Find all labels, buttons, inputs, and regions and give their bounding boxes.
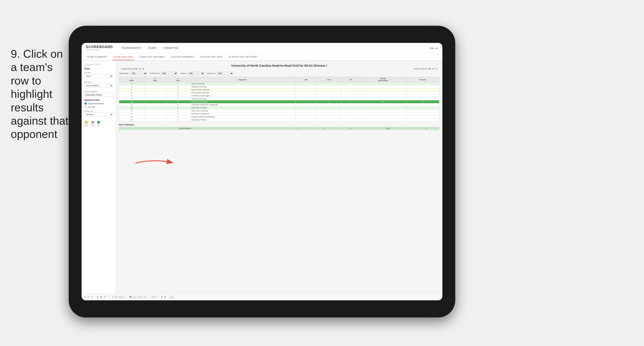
cell-diff bbox=[360, 97, 406, 100]
instruction-text: 9. Click on a team's row to highlight re… bbox=[11, 47, 71, 141]
table-row[interactable]: 3-2Vanderbilt University bbox=[119, 85, 439, 88]
cell-rounds bbox=[406, 118, 439, 121]
filter-opponents: Opponents: (All) bbox=[119, 72, 147, 75]
table-row[interactable]: 2-1Auburn University bbox=[119, 82, 439, 85]
cell-tie bbox=[341, 115, 360, 118]
colour-by-select[interactable]: Win/loss bbox=[84, 113, 113, 116]
opponent-filter-select[interactable]: (All) bbox=[216, 72, 234, 75]
table-row[interactable]: 11-5University of Alabama3002.618 bbox=[119, 100, 439, 103]
table-row[interactable]: 13-1Texas Tech University bbox=[119, 109, 439, 112]
cell-rounds bbox=[406, 109, 439, 112]
settings-icon[interactable]: ⚙ bbox=[164, 296, 166, 298]
cell-tie bbox=[341, 82, 360, 85]
table-row[interactable]: 4-1Arizona State University bbox=[119, 88, 439, 91]
colour-by-label: Colour by bbox=[84, 110, 113, 112]
cell-opponent: Arizona State University bbox=[190, 88, 296, 91]
cell-win bbox=[296, 88, 317, 91]
cell-rounds bbox=[406, 115, 439, 118]
cell-conf: 1 bbox=[166, 109, 190, 112]
team-section-label: Team bbox=[84, 67, 113, 70]
cell-opponent: Vanderbilt University bbox=[190, 85, 296, 88]
cell-loss bbox=[317, 91, 341, 94]
share-btn[interactable]: Share bbox=[168, 295, 176, 299]
opponent-view-radios: Opponents Played Top 100 bbox=[84, 102, 113, 108]
conference-select[interactable]: (All) bbox=[160, 72, 178, 75]
cell-conf: 2 bbox=[166, 85, 190, 88]
cell-tie bbox=[341, 85, 360, 88]
legend-up-label: Up bbox=[97, 124, 100, 126]
paste-icon[interactable]: ⌘ bbox=[100, 296, 102, 298]
cell-diff bbox=[360, 82, 406, 85]
th-rounds: Rounds bbox=[406, 77, 439, 82]
cell-rounds bbox=[406, 97, 439, 100]
table-row[interactable]: 12-3University of Virginia bbox=[119, 106, 439, 109]
division-label: Division bbox=[84, 81, 113, 83]
tab-team-h2h-grid[interactable]: TEAM H2H GRID bbox=[112, 54, 134, 60]
tab-player-h2h-grid[interactable]: PLAYER H2H GRID bbox=[199, 54, 224, 60]
tab-team-h2h-heatmap[interactable]: TEAM H2H HEATMAP bbox=[138, 54, 166, 60]
main-content: Last Updated: 27/03/2024 16:55:38 Team G… bbox=[82, 61, 442, 294]
cell-rounds: 8 bbox=[406, 100, 439, 103]
cell-rank: 15 bbox=[119, 115, 144, 118]
cell-conf: 1 bbox=[166, 82, 190, 85]
history-icon[interactable]: ⏱ bbox=[104, 296, 106, 298]
redo-icon[interactable]: ↪ bbox=[88, 296, 89, 298]
watch-btn[interactable]: Watch ▾ bbox=[150, 295, 159, 299]
cell-loss bbox=[317, 118, 341, 121]
cell-rank: 8 bbox=[119, 94, 144, 97]
bottom-toolbar: ↩ ↪ ↺ | ⧉ ⌘ ⏱ | 👁 View: Original 💾 Save … bbox=[82, 294, 442, 300]
undo-icon[interactable]: ↩ bbox=[84, 296, 86, 298]
nav-tournaments[interactable]: TOURNAMENTS bbox=[122, 46, 141, 50]
cell-rounds bbox=[406, 103, 439, 106]
radio-top100[interactable]: Top 100 bbox=[84, 105, 113, 108]
opponents-select[interactable]: (All) bbox=[130, 72, 147, 75]
table-row[interactable]: 9-3University of Arizona bbox=[119, 97, 439, 100]
copy-icon[interactable]: ⧉ bbox=[97, 296, 98, 298]
sep1: | bbox=[94, 296, 95, 299]
region-select[interactable]: (All) bbox=[187, 72, 204, 75]
cell-conf: 2 bbox=[166, 94, 190, 97]
tab-player-h2h-heatmap[interactable]: PLAYER H2H HEATMAP bbox=[228, 54, 258, 60]
cell-rounds bbox=[406, 82, 439, 85]
tab-team-summary[interactable]: TEAM SUMMARY bbox=[86, 54, 108, 60]
sign-out[interactable]: Sign out bbox=[430, 47, 438, 49]
cell-rank: 3 bbox=[119, 85, 144, 88]
cell-loss bbox=[317, 82, 341, 85]
view-icon: 👁 bbox=[112, 296, 114, 298]
cell-rank: 11 bbox=[119, 103, 144, 106]
gender-select[interactable]: Men's bbox=[84, 74, 113, 78]
present-icon[interactable]: ⊟ bbox=[161, 296, 162, 298]
odd-loss: 0 bbox=[311, 127, 337, 130]
save-custom-btn[interactable]: 💾 Save Custom View bbox=[128, 295, 148, 299]
cell-diff bbox=[360, 88, 406, 91]
cell-reg: - bbox=[144, 82, 166, 85]
cell-conf: 3 bbox=[166, 97, 190, 100]
cell-win bbox=[296, 82, 317, 85]
table-row[interactable]: 14-2University of Oklahoma bbox=[119, 112, 439, 115]
conference-label: Conference bbox=[150, 72, 160, 74]
revert-icon[interactable]: ↺ bbox=[91, 296, 93, 298]
cell-loss bbox=[317, 88, 341, 91]
cell-diff bbox=[360, 85, 406, 88]
top-nav: SCOREBOARD Powered by clippi TOURNAMENTS… bbox=[82, 43, 442, 53]
nav-items: TOURNAMENTS TEAMS COMMITTEE bbox=[122, 46, 179, 50]
view-original-btn[interactable]: 👁 View: Original bbox=[110, 295, 126, 299]
h2h-table: #Rank #Reg #Conf Opponent Win Loss Tie D… bbox=[119, 77, 439, 121]
nav-committee[interactable]: COMMITTEE bbox=[163, 46, 178, 50]
school-value[interactable]: University of Nort... bbox=[84, 93, 113, 97]
cell-tie bbox=[341, 88, 360, 91]
nav-teams[interactable]: TEAMS bbox=[148, 46, 156, 50]
table-row[interactable]: 16-3University of Florida bbox=[119, 118, 439, 121]
division-select[interactable]: NCAA Division I bbox=[84, 84, 113, 87]
radio-opponents-played[interactable]: Opponents Played bbox=[84, 102, 113, 105]
cell-tie bbox=[341, 97, 360, 100]
tab-player-summary[interactable]: PLAYER SUMMARY bbox=[170, 54, 195, 60]
table-row[interactable]: 6-2Florida State University bbox=[119, 91, 439, 94]
table-row[interactable]: 11-6University of Arkansas, Fayetteville bbox=[119, 103, 439, 106]
cell-opponent: Georgia Institute of Technology bbox=[190, 115, 296, 118]
table-row[interactable]: 15-4Georgia Institute of Technology bbox=[119, 115, 439, 118]
out-of-division-row[interactable]: NCAA Division II 1 0 0 26.00 3 bbox=[119, 127, 439, 130]
table-row[interactable]: 8-2University of Washington bbox=[119, 94, 439, 97]
th-rank: #Rank bbox=[119, 77, 144, 82]
legend-dot-down bbox=[85, 121, 88, 124]
